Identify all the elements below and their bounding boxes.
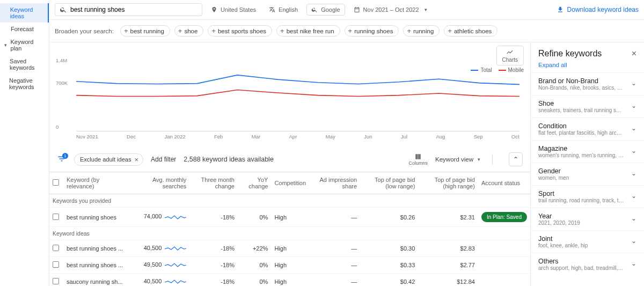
download-icon (557, 6, 564, 13)
facet-subtitle: trail running, road running, track, trac… (538, 197, 624, 203)
cell-keyword: best running shoes ... (63, 240, 130, 257)
close-icon[interactable]: × (134, 156, 138, 164)
facet-joint[interactable]: Jointfoot, knee, ankle, hip⌄ (531, 230, 644, 253)
col-low-bid[interactable]: Top of page bid (low range) (360, 172, 418, 194)
cell-keyword: saucony running sh... (63, 274, 130, 286)
broaden-search-row: Broaden your search: +best running +shoe… (49, 20, 644, 42)
nav-forecast[interactable]: Forecast (0, 23, 49, 35)
cell-three-month: -18% (189, 274, 238, 286)
facet-year[interactable]: Year2021, 2020, 2019⌄ (531, 208, 644, 230)
facet-brand-or-non-brand[interactable]: Brand or Non-BrandNon-Brands, nike, broo… (531, 72, 644, 95)
table-row[interactable]: best running shoes74,000-18%0%High—$0.26… (49, 208, 530, 227)
x-tick: Apr (289, 134, 297, 140)
cell-yoy: 0% (238, 274, 271, 286)
row-checkbox[interactable] (53, 278, 59, 284)
view-selector[interactable]: Keyword view▾ (435, 156, 480, 163)
cell-high-bid: $2.77 (418, 257, 478, 274)
cell-yoy: 0% (238, 257, 271, 274)
cell-yoy: 0% (238, 208, 271, 227)
x-tick: May (326, 134, 335, 140)
col-competition[interactable]: Competition (271, 172, 309, 194)
chevron-down-icon: ▾ (478, 157, 480, 162)
chevron-down-icon: ⌄ (631, 258, 636, 267)
plus-icon: + (448, 27, 452, 34)
search-icon (60, 6, 67, 13)
add-filter[interactable]: Add filter (151, 156, 176, 163)
cell-ad-impr: — (309, 257, 360, 274)
cell-ad-impr: — (309, 274, 360, 286)
chevron-down-icon: ⌄ (631, 100, 636, 109)
location-selector[interactable]: United States (207, 4, 260, 15)
left-nav: Keyword ideas Forecast ▾Keyword plan Sav… (0, 0, 49, 286)
plus-icon: + (211, 27, 216, 34)
download-button[interactable]: Download keyword ideas (557, 6, 639, 13)
nav-keyword-ideas[interactable]: Keyword ideas (0, 3, 49, 23)
x-tick: Jan 2022 (164, 134, 185, 140)
nav-saved-keywords[interactable]: Saved keywords (0, 55, 49, 74)
cell-competition: High (271, 240, 309, 257)
facet-condition[interactable]: Conditionflat feet, plantar fasciitis, h… (531, 118, 644, 140)
chip-athletic-shoes[interactable]: +athletic shoes (444, 25, 497, 36)
col-high-bid[interactable]: Top of page bid (high range) (418, 172, 478, 194)
facet-magazine[interactable]: Magazinewomen's running, men's running, … (531, 140, 644, 163)
col-three-month[interactable]: Three month change (189, 172, 238, 194)
nav-negative-keywords[interactable]: Negative keywords (0, 74, 49, 93)
cell-status: In Plan: Saved (478, 208, 530, 227)
calendar-icon (354, 6, 360, 13)
facet-shoe[interactable]: Shoesneakers, trainers, trail running sh… (531, 95, 644, 118)
chip-shoe[interactable]: +shoe (174, 25, 204, 36)
location-icon (211, 6, 217, 13)
columns-button[interactable]: Columns (409, 153, 428, 166)
network-selector[interactable]: Google (306, 4, 345, 16)
chart-area: Charts Total Mobile 1.4M 700K 0 Nov 2021… (49, 42, 530, 140)
x-tick: Aug (436, 134, 445, 140)
facet-title: Sport (538, 190, 624, 197)
results-toolbar: 1 Exclude adult ideas × Add filter 2,588… (49, 147, 530, 172)
table-row[interactable]: best running shoes ...49,500-18%0%High—$… (49, 257, 530, 274)
date-range-selector[interactable]: Nov 2021 – Oct 2022 ▾ (349, 4, 431, 15)
facet-title: Year (538, 212, 580, 220)
language-selector[interactable]: English (265, 4, 302, 15)
cell-low-bid: $0.42 (360, 274, 418, 286)
table-row[interactable]: saucony running sh...40,500-18%0%High—$0… (49, 274, 530, 286)
search-input-wrap[interactable] (55, 3, 202, 16)
facet-title: Others (538, 258, 624, 265)
facet-sport[interactable]: Sporttrail running, road running, track,… (531, 185, 644, 208)
table-row[interactable]: best running shoes ...40,500-18%+22%High… (49, 240, 530, 257)
plus-icon: + (280, 27, 284, 34)
y-tick: 700K (56, 80, 68, 86)
filter-badge: 1 (62, 153, 68, 159)
chevron-down-icon: ⌄ (631, 212, 636, 222)
expand-all[interactable]: Expand all (531, 62, 644, 72)
cell-searches: 74,000 (130, 208, 190, 227)
select-all-checkbox[interactable] (53, 179, 59, 186)
col-searches[interactable]: Avg. monthly searches (130, 172, 190, 194)
col-yoy[interactable]: YoY change (238, 172, 271, 194)
close-icon[interactable]: × (632, 49, 636, 58)
row-checkbox[interactable] (53, 245, 59, 251)
x-tick: Jun (364, 134, 372, 140)
facet-subtitle: 2021, 2020, 2019 (538, 220, 580, 226)
col-account[interactable]: Account status (478, 172, 530, 194)
chevron-down-icon: ▾ (425, 7, 427, 12)
facet-subtitle: arch support, high, bad, treadmill, shoc… (538, 265, 624, 271)
y-tick: 1.4M (56, 57, 67, 63)
col-ad-impr[interactable]: Ad impression share (309, 172, 360, 194)
facet-title: Brand or Non-Brand (538, 77, 624, 85)
facet-gender[interactable]: Genderwomen, men⌄ (531, 163, 644, 185)
chip-best-running[interactable]: +best running (120, 25, 170, 36)
col-keyword[interactable]: Keyword (by relevance) (63, 172, 130, 194)
chip-running-shoes[interactable]: +running shoes (345, 25, 399, 36)
row-checkbox[interactable] (53, 214, 59, 220)
chip-best-nike-free-run[interactable]: +best nike free run (276, 25, 340, 36)
exclude-adult-pill[interactable]: Exclude adult ideas × (74, 153, 143, 166)
chip-best-sports-shoes[interactable]: +best sports shoes (208, 25, 272, 36)
chip-running[interactable]: +running (403, 25, 440, 36)
facet-others[interactable]: Othersarch support, high, bad, treadmill… (531, 253, 644, 275)
filter-button[interactable]: 1 (57, 154, 67, 165)
collapse-panel-button[interactable]: ⌃ (509, 152, 523, 166)
search-input[interactable] (70, 6, 197, 13)
chevron-down-icon: ⌄ (631, 167, 636, 177)
nav-keyword-plan[interactable]: ▾Keyword plan (0, 35, 49, 55)
row-checkbox[interactable] (53, 261, 59, 268)
